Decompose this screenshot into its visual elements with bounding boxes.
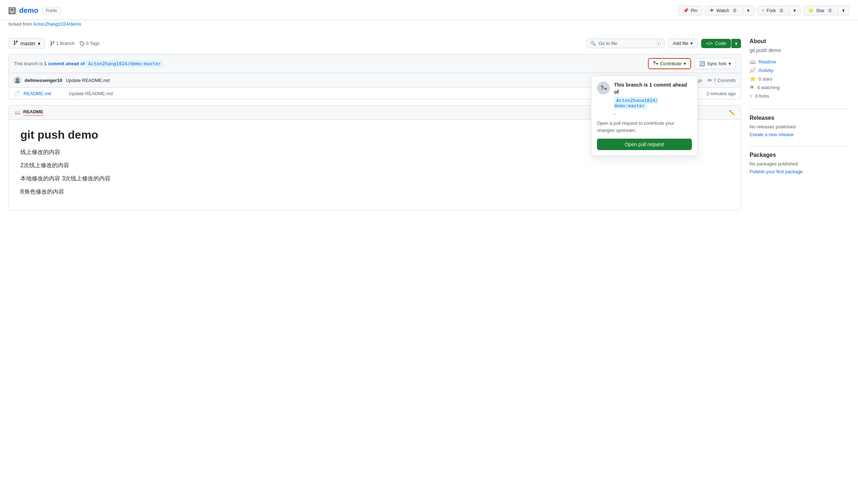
contribute-chevron-icon: ▾	[684, 61, 686, 66]
toolbar-info: 1 Branch 0 Tags	[50, 41, 99, 46]
branches-info[interactable]: 1 Branch	[50, 41, 75, 46]
readme-edit-icon[interactable]: ✏️	[729, 110, 735, 115]
commit-message: Update README.md	[66, 78, 110, 83]
commit-count-link[interactable]: 1 commit ahead of	[44, 61, 86, 66]
watch-button-group: 👁 Watch 0 ▾	[705, 6, 754, 15]
packages-title: Packages	[750, 152, 849, 158]
code-dropdown[interactable]: ▾	[731, 39, 741, 48]
readme-line-3: 本地修改的内容 3次线上修改的内容	[20, 175, 729, 182]
star-button-group: ⭐ Star 0 ▾	[803, 6, 849, 15]
commits-link[interactable]: 7 Commits	[707, 78, 736, 83]
stars-count: 0 stars	[759, 76, 772, 82]
fork-sidebar-icon: ⑂	[750, 93, 752, 99]
readme-link[interactable]: Readme	[759, 59, 776, 65]
svg-point-1	[16, 78, 19, 81]
add-file-chevron-icon: ▾	[690, 41, 693, 46]
commits-count-label: 7 Commits	[714, 78, 736, 83]
open-pull-request-button[interactable]: Open pull request	[597, 139, 692, 150]
pin-icon: 📌	[683, 8, 689, 13]
tags-info[interactable]: 0 Tags	[80, 41, 99, 46]
fork-button[interactable]: ⑂ Fork 0	[757, 6, 789, 15]
file-name-link[interactable]: README.md	[24, 91, 51, 96]
contribute-label: Contribute	[660, 61, 681, 66]
about-description: git push demo	[750, 47, 849, 53]
add-file-label: Add file	[673, 41, 688, 46]
popup-text: This branch is 1 commit ahead of ActonZh…	[614, 82, 692, 115]
forked-from-link[interactable]: ActonZhang1024/demo	[33, 21, 81, 27]
main-layout: master ▾ 1 Branch 0 Tags	[0, 31, 858, 217]
star-button[interactable]: ⭐ Star 0	[804, 6, 838, 15]
star-dropdown[interactable]: ▾	[838, 6, 849, 15]
about-title: About	[750, 38, 849, 45]
create-release-link[interactable]: Create a new release	[750, 132, 794, 137]
publish-package-link[interactable]: Publish your first package	[750, 169, 803, 174]
forks-count: 0 forks	[755, 93, 769, 99]
branch-chevron-icon: ▾	[38, 41, 40, 46]
search-box[interactable]: 🔍 Go to file t	[586, 38, 665, 48]
sync-chevron-icon: ▾	[729, 61, 731, 66]
about-section: About git push demo 📖 Readme 📈 Activity …	[750, 38, 849, 100]
branches-count: 1 Branch	[56, 41, 75, 46]
fork-label: Fork	[767, 8, 776, 13]
sync-label: Sync fork	[707, 61, 726, 66]
activity-icon: 📈	[750, 67, 756, 73]
period: .	[164, 61, 165, 66]
readme-title-text: README	[23, 109, 43, 116]
fork-dropdown[interactable]: ▾	[789, 6, 800, 15]
stars-sidebar-item[interactable]: ⭐ 0 stars	[750, 74, 849, 83]
status-text: This branch is	[14, 61, 43, 66]
search-kbd: t	[656, 41, 661, 46]
code-button-group: </> Code ▾	[701, 39, 741, 48]
repo-name[interactable]: demo	[19, 6, 38, 15]
repo-icon	[9, 7, 16, 14]
search-placeholder: Go to file	[599, 41, 617, 46]
releases-title: Releases	[750, 115, 849, 121]
activity-link[interactable]: Activity	[759, 68, 773, 73]
watch-dropdown[interactable]: ▾	[743, 6, 754, 15]
packages-section: Packages No packages published Publish y…	[750, 152, 849, 174]
popup-upstream-link[interactable]: ActonZhang1024/demo:master	[614, 97, 658, 109]
repo-header: demo Public 📌 Pin 👁 Watch 0 ▾ ⑂ Fork 0	[0, 0, 858, 20]
header-actions: 📌 Pin 👁 Watch 0 ▾ ⑂ Fork 0 ▾ ⭐	[678, 6, 849, 15]
sync-icon: 🔄	[699, 61, 705, 66]
contribute-popup: This branch is 1 commit ahead of ActonZh…	[591, 76, 698, 156]
readme-line-4: B角色修改的内容	[20, 188, 729, 196]
branch-status: This branch is 1 commit ahead of ActonZh…	[14, 61, 165, 66]
popup-description: Open a pull request to contribute your c…	[597, 120, 692, 134]
pin-label: Pin	[691, 8, 698, 13]
sidebar-divider-2	[750, 146, 849, 146]
branch-selector[interactable]: master ▾	[9, 38, 45, 48]
add-file-button[interactable]: Add file ▾	[668, 38, 698, 48]
branch-actions: Contribute ▾ 🔄 Sync fork ▾	[648, 58, 736, 69]
activity-sidebar-item[interactable]: 📈 Activity	[750, 66, 849, 74]
branch-bar: This branch is 1 commit ahead of ActonZh…	[9, 54, 741, 73]
readme-line-2: 2次线上修改的内容	[20, 162, 729, 169]
star-label: Star	[816, 8, 824, 13]
forks-sidebar-item[interactable]: ⑂ 0 forks	[750, 92, 849, 100]
upstream-link[interactable]: ActonZhang1024/demo:master	[86, 60, 163, 67]
readme-sidebar-item[interactable]: 📖 Readme	[750, 57, 849, 66]
releases-empty-text: No releases published	[750, 124, 849, 129]
pin-button[interactable]: 📌 Pin	[678, 6, 702, 15]
sync-fork-button[interactable]: 🔄 Sync fork ▾	[695, 58, 736, 69]
file-icon: 📄	[14, 91, 20, 96]
sidebar: About git push demo 📖 Readme 📈 Activity …	[750, 38, 849, 210]
watch-button[interactable]: 👁 Watch 0	[705, 6, 742, 15]
packages-empty-text: No packages published	[750, 161, 849, 166]
fork-count: 0	[778, 8, 785, 13]
watch-count: 0	[731, 8, 738, 13]
eye-sidebar-icon: 👁	[750, 84, 755, 90]
code-button[interactable]: </> Code	[701, 39, 731, 48]
watch-icon: 👁	[710, 8, 714, 13]
toolbar: master ▾ 1 Branch 0 Tags	[9, 38, 741, 48]
branch-icon	[13, 40, 18, 46]
commit-username[interactable]: dellmessenger10	[25, 78, 62, 83]
watching-sidebar-item[interactable]: 👁 0 watching	[750, 83, 849, 92]
contribute-button[interactable]: Contribute ▾	[648, 58, 691, 69]
popup-icon	[597, 82, 610, 94]
book-sidebar-icon: 📖	[750, 59, 756, 65]
popup-title: This branch is 1 commit ahead of	[614, 82, 692, 96]
code-label: Code	[715, 41, 726, 46]
releases-section: Releases No releases published Create a …	[750, 115, 849, 137]
forked-from: forked from ActonZhang1024/demo	[0, 20, 858, 31]
